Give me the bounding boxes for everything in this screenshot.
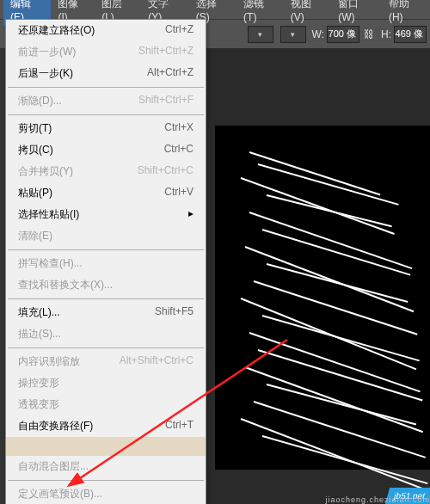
menu-paste[interactable]: 粘贴(P)Ctrl+V bbox=[6, 182, 206, 204]
height-label: H: bbox=[381, 28, 391, 40]
menu-undo[interactable]: 还原建立路径(O)Ctrl+Z bbox=[6, 20, 206, 41]
separator bbox=[8, 87, 204, 88]
menu-define-brush[interactable]: 定义画笔预设(B)... bbox=[6, 483, 206, 504]
menu-step-backward[interactable]: 后退一步(K)Alt+Ctrl+Z bbox=[6, 63, 206, 84]
height-input[interactable] bbox=[394, 26, 427, 43]
width-input[interactable] bbox=[327, 26, 359, 43]
menu-content-aware-scale[interactable]: 内容识别缩放Alt+Shift+Ctrl+C bbox=[6, 351, 206, 372]
link-icon[interactable]: ⛓ bbox=[364, 28, 374, 40]
menu-perspective-warp[interactable]: 透视变形 bbox=[6, 394, 206, 415]
menu-fade[interactable]: 渐隐(D)...Shift+Ctrl+F bbox=[6, 90, 206, 112]
separator bbox=[8, 347, 204, 348]
menu-view[interactable]: 视图(V) bbox=[284, 0, 331, 26]
menu-free-transform-path[interactable]: 自由变换路径(F)Ctrl+T bbox=[6, 415, 206, 437]
menu-puppet-warp[interactable]: 操控变形 bbox=[6, 372, 206, 394]
menu-filter[interactable]: 滤镜(T) bbox=[236, 0, 284, 26]
menu-blurred-item[interactable] bbox=[6, 437, 206, 456]
chevron-down-icon: ▾ bbox=[258, 30, 262, 39]
dropdown-1[interactable]: ▾ bbox=[248, 26, 273, 43]
menu-copy[interactable]: 拷贝(C)Ctrl+C bbox=[6, 139, 206, 161]
artwork bbox=[215, 126, 430, 470]
width-label: W: bbox=[312, 28, 324, 40]
separator bbox=[8, 480, 204, 481]
dropdown-2[interactable]: ▾ bbox=[280, 26, 306, 43]
menu-spellcheck[interactable]: 拼写检查(H)... bbox=[6, 253, 206, 274]
canvas-area bbox=[206, 48, 430, 504]
separator bbox=[8, 249, 204, 250]
menu-copy-merged[interactable]: 合并拷贝(Y)Shift+Ctrl+C bbox=[6, 161, 206, 182]
menu-window[interactable]: 窗口(W) bbox=[331, 0, 382, 26]
watermark-url: jiaocheng.chezidian.com bbox=[325, 495, 430, 504]
chevron-down-icon: ▾ bbox=[291, 30, 295, 39]
menu-cut[interactable]: 剪切(T)Ctrl+X bbox=[6, 118, 206, 139]
menu-find-replace[interactable]: 查找和替换文本(X)... bbox=[6, 274, 206, 296]
menu-stroke[interactable]: 描边(S)... bbox=[6, 323, 206, 345]
menu-paste-special[interactable]: 选择性粘贴(I)▸ bbox=[6, 204, 206, 225]
menu-help[interactable]: 帮助(H) bbox=[382, 0, 430, 26]
menu-fill[interactable]: 填充(L)...Shift+F5 bbox=[6, 302, 206, 323]
menu-step-forward[interactable]: 前进一步(W)Shift+Ctrl+Z bbox=[6, 41, 206, 63]
menu-auto-blend[interactable]: 自动混合图层... bbox=[6, 456, 206, 477]
edit-menu-dropdown: 还原建立路径(O)Ctrl+Z 前进一步(W)Shift+Ctrl+Z 后退一步… bbox=[5, 19, 206, 504]
menubar: 编辑(E) 图像(I) 图层(L) 文字(Y) 选择(S) 滤镜(T) 视图(V… bbox=[0, 0, 430, 19]
separator bbox=[8, 298, 204, 299]
menu-clear[interactable]: 清除(E) bbox=[6, 225, 206, 247]
separator bbox=[8, 114, 204, 115]
